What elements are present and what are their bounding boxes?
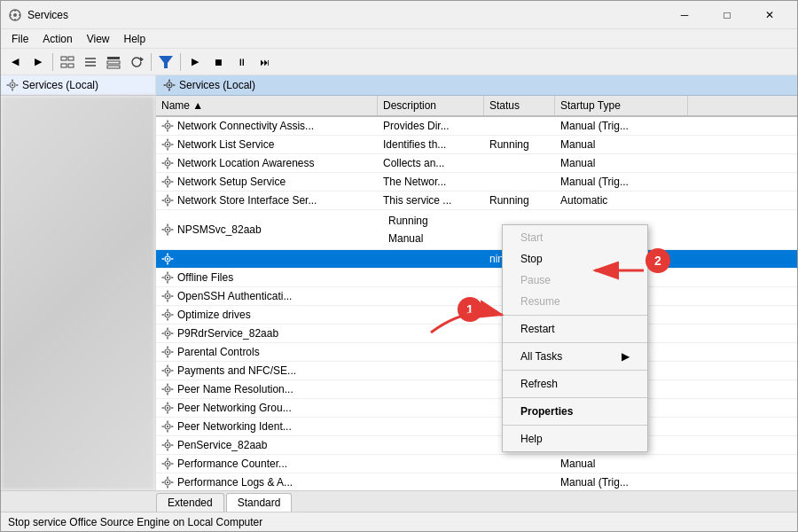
ctx-all-tasks[interactable]: All Tasks ▶ [503,346,647,367]
close-button[interactable]: ✕ [749,1,790,29]
tree-view-button[interactable] [57,51,78,73]
svg-rect-63 [167,233,168,236]
svg-point-133 [167,463,168,465]
table-row[interactable]: P9RdrService_82aab Manual (Trig... [156,325,797,343]
row-gear-icon [161,223,174,236]
separator-2 [151,53,152,71]
maximize-button[interactable]: □ [707,1,747,29]
table-row[interactable]: Network Setup Service The Networ... Manu… [156,173,797,192]
ctx-properties[interactable]: Properties [503,401,647,422]
cell-name: Optimize drives [156,306,378,324]
svg-rect-21 [12,89,13,91]
svg-rect-6 [61,57,66,60]
list-view-button[interactable] [80,51,101,73]
menu-action[interactable]: Action [35,31,79,47]
menu-file[interactable]: File [4,31,35,47]
svg-point-127 [167,444,168,446]
col-status[interactable]: Status [484,96,555,115]
table-row[interactable]: Performance Counter... Manual [156,455,797,473]
restart-service-button[interactable]: ⏭ [254,51,275,73]
forward-button[interactable]: ▶ [27,51,49,73]
table-row[interactable]: Payments and NFC/SE... Manual (Trig... [156,362,797,380]
col-name[interactable]: Name ▲ [156,96,378,115]
svg-point-43 [167,162,168,164]
table-row[interactable]: Peer Networking Grou... Manual [156,399,797,418]
cell-desc [378,325,484,342]
ctx-restart[interactable]: Restart [503,318,647,340]
cell-status [484,154,555,172]
row-gear-icon [161,346,174,358]
details-button[interactable] [103,51,124,73]
left-panel-title: Services (Local) [22,79,98,91]
svg-rect-135 [167,467,168,470]
svg-rect-118 [162,407,165,409]
svg-rect-33 [167,129,168,132]
row-gear-icon [161,290,174,302]
table-row[interactable]: Network Location Awareness Collects an..… [156,154,797,173]
cell-name: NPSMSvc_82aab [156,210,378,249]
svg-point-37 [167,144,168,145]
svg-rect-13 [107,57,120,59]
svg-rect-142 [162,481,165,483]
start-service-button[interactable]: ▶ [184,51,206,73]
cell-name: Network Connectivity Assis... [156,117,378,135]
table-row[interactable]: Network List Service Identifies th... Ru… [156,136,797,154]
svg-rect-57 [167,204,168,207]
back-button[interactable]: ◀ [4,51,26,73]
svg-rect-26 [168,80,170,82]
table-row[interactable]: Peer Name Resolution... Manual [156,380,797,399]
ctx-help[interactable]: Help [503,428,647,450]
row-gear-icon [161,271,174,284]
services-table[interactable]: Name ▲ Description Status Startup Type N… [156,96,797,490]
menu-view[interactable]: View [80,31,117,47]
table-row[interactable]: PenService_82aab Manual (Trig... [156,436,797,455]
services-window: Services ─ □ ✕ File Action View Help ◀ ▶ [0,0,798,532]
ctx-refresh[interactable]: Refresh [503,373,647,395]
svg-rect-59 [171,200,174,201]
cell-startup: Manual (Trig... [555,473,688,490]
filter-button[interactable] [155,51,176,73]
tab-standard[interactable]: Standard [226,493,293,512]
table-row[interactable]: Offline Files Manual (Trig... [156,269,797,287]
ctx-stop[interactable]: Stop [503,248,647,270]
col-description[interactable]: Description [378,96,484,115]
table-row[interactable]: ning Manual [156,250,797,269]
cell-name: Network Location Awareness [156,154,378,172]
tab-extended[interactable]: Extended [156,493,224,512]
refresh-button[interactable] [126,51,147,73]
svg-rect-41 [171,144,174,145]
minimize-button[interactable]: ─ [664,1,705,29]
title-icon [8,8,22,22]
ctx-resume[interactable]: Resume [503,291,647,312]
right-panel: Services (Local) Name ▲ Description Stat… [156,75,797,490]
svg-rect-104 [167,365,168,368]
row-gear-icon [161,157,174,169]
table-row[interactable]: Network Store Interface Ser... This serv… [156,192,797,210]
table-row[interactable]: NPSMSvc_82aab Running Manual [156,210,797,250]
svg-rect-87 [167,318,168,321]
svg-rect-112 [162,388,165,390]
services-local-icon [6,79,19,91]
table-row[interactable]: Performance Logs & A... Manual (Trig... [156,473,797,490]
cell-status: Running [484,136,555,153]
svg-rect-7 [68,57,74,60]
table-row[interactable]: Network Connectivity Assis... Provides D… [156,117,797,136]
cell-desc: The Networ... [378,173,484,191]
cell-name: OpenSSH Authenticati... [156,287,378,305]
table-row[interactable]: Parental Controls Manual [156,343,797,362]
svg-rect-89 [171,314,174,316]
pause-service-button[interactable]: ⏸ [231,51,252,73]
svg-rect-134 [167,458,168,461]
svg-rect-86 [167,309,168,312]
menu-help[interactable]: Help [117,31,153,47]
svg-rect-99 [167,356,168,358]
svg-rect-119 [171,407,174,409]
main-content: Services (Local) Services (Local) [1,75,797,490]
stop-service-button[interactable]: ⏹ [207,51,229,73]
svg-rect-8 [61,64,66,67]
ctx-start[interactable]: Start [503,227,647,248]
table-row[interactable]: Peer Networking Ident... Manual [156,418,797,436]
ctx-pause[interactable]: Pause [503,270,647,291]
col-startup[interactable]: Startup Type [555,96,688,115]
svg-point-19 [12,84,13,86]
